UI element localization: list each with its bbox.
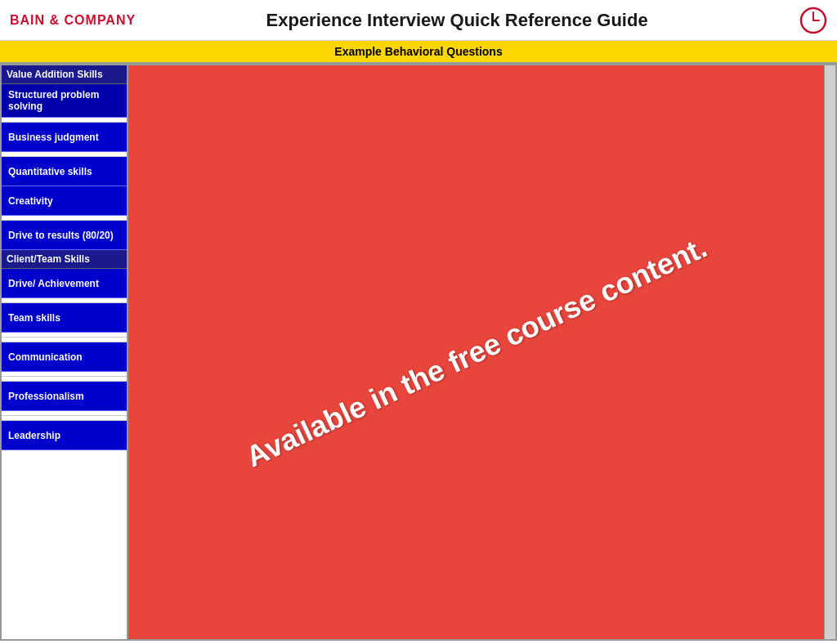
sidebar-item-quantitative-skills[interactable]: Quantitative skills [2,157,127,186]
sidebar-item-structured-problem-solving[interactable]: Structured problem solving [2,84,127,118]
sidebar: Value Addition Skills Structured problem… [2,65,128,639]
sidebar-item-business-judgment[interactable]: Business judgment [2,123,127,152]
sidebar-item-leadership[interactable]: Leadership [2,421,127,450]
page-title: Experience Interview Quick Reference Gui… [87,10,827,31]
clock-icon [799,7,827,34]
sidebar-item-professionalism[interactable]: Professionalism [2,382,127,411]
sidebar-item-drive-to-results[interactable]: Drive to results (80/20) [2,221,127,250]
section-banner: Example Behavioral Questions [0,41,837,64]
section1-header: Value Addition Skills [2,65,127,84]
content-area: Available in the free course content. [128,65,824,639]
header: BAIN & COMPANY Experience Interview Quic… [0,0,837,41]
sidebar-item-drive-achievement[interactable]: Drive/ Achievement [2,269,127,298]
overlay-text: Available in the free course content. [240,230,712,475]
sidebar-item-communication[interactable]: Communication [2,342,127,372]
sidebar-item-creativity[interactable]: Creativity [2,186,127,216]
sidebar-item-team-skills[interactable]: Team skills [2,303,127,333]
section2-header: Client/Team Skills [2,250,127,269]
scrollbar[interactable] [824,65,835,639]
main-container: Value Addition Skills Structured problem… [0,64,837,641]
banner-label: Example Behavioral Questions [334,45,502,58]
